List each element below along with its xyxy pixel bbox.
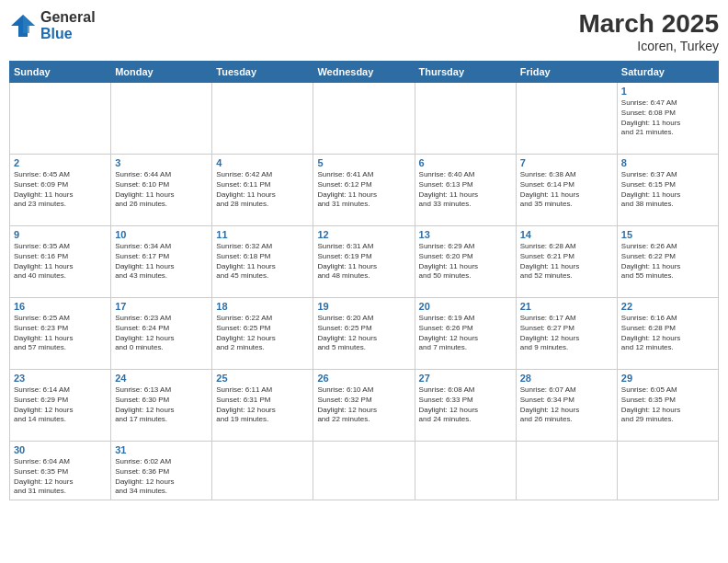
title-block: March 2025 Icoren, Turkey xyxy=(578,9,719,53)
day-info: Sunrise: 6:35 AM Sunset: 6:16 PM Dayligh… xyxy=(14,242,107,282)
day-info: Sunrise: 6:07 AM Sunset: 6:34 PM Dayligh… xyxy=(520,385,613,425)
col-thursday: Thursday xyxy=(415,62,516,83)
day-number: 9 xyxy=(14,229,107,240)
day-number: 8 xyxy=(621,157,714,168)
table-row xyxy=(10,83,111,155)
table-row xyxy=(516,83,617,155)
table-row: 15Sunrise: 6:26 AM Sunset: 6:22 PM Dayli… xyxy=(617,226,718,298)
table-row: 20Sunrise: 6:19 AM Sunset: 6:26 PM Dayli… xyxy=(415,298,516,370)
svg-marker-1 xyxy=(23,15,35,33)
table-row: 12Sunrise: 6:31 AM Sunset: 6:19 PM Dayli… xyxy=(313,226,415,298)
day-number: 3 xyxy=(115,157,208,168)
table-row: 31Sunrise: 6:02 AM Sunset: 6:36 PM Dayli… xyxy=(111,442,212,500)
table-row: 2Sunrise: 6:45 AM Sunset: 6:09 PM Daylig… xyxy=(10,155,111,226)
day-info: Sunrise: 6:37 AM Sunset: 6:15 PM Dayligh… xyxy=(621,170,714,210)
day-info: Sunrise: 6:08 AM Sunset: 6:33 PM Dayligh… xyxy=(419,385,512,425)
table-row xyxy=(111,83,212,155)
day-number: 24 xyxy=(115,373,208,384)
table-row: 24Sunrise: 6:13 AM Sunset: 6:30 PM Dayli… xyxy=(111,370,212,442)
table-row: 8Sunrise: 6:37 AM Sunset: 6:15 PM Daylig… xyxy=(617,155,718,226)
day-info: Sunrise: 6:20 AM Sunset: 6:25 PM Dayligh… xyxy=(317,314,410,353)
day-number: 14 xyxy=(520,229,613,240)
day-info: Sunrise: 6:32 AM Sunset: 6:18 PM Dayligh… xyxy=(216,242,309,282)
day-info: Sunrise: 6:44 AM Sunset: 6:10 PM Dayligh… xyxy=(115,170,208,210)
table-row: 1Sunrise: 6:47 AM Sunset: 6:08 PM Daylig… xyxy=(617,83,718,155)
day-info: Sunrise: 6:40 AM Sunset: 6:13 PM Dayligh… xyxy=(419,170,512,210)
logo-icon xyxy=(9,13,37,39)
day-number: 11 xyxy=(216,229,309,240)
day-info: Sunrise: 6:34 AM Sunset: 6:17 PM Dayligh… xyxy=(115,242,208,282)
table-row: 18Sunrise: 6:22 AM Sunset: 6:25 PM Dayli… xyxy=(212,298,313,370)
col-sunday: Sunday xyxy=(10,62,111,83)
day-info: Sunrise: 6:38 AM Sunset: 6:14 PM Dayligh… xyxy=(520,170,613,210)
day-number: 13 xyxy=(419,229,512,240)
logo-text: General Blue xyxy=(40,9,96,41)
logo: General Blue xyxy=(9,9,96,41)
table-row: 22Sunrise: 6:16 AM Sunset: 6:28 PM Dayli… xyxy=(617,298,718,370)
col-tuesday: Tuesday xyxy=(212,62,313,83)
table-row: 30Sunrise: 6:04 AM Sunset: 6:35 PM Dayli… xyxy=(10,442,111,500)
day-info: Sunrise: 6:16 AM Sunset: 6:28 PM Dayligh… xyxy=(621,314,714,353)
day-info: Sunrise: 6:22 AM Sunset: 6:25 PM Dayligh… xyxy=(216,314,309,353)
table-row xyxy=(212,83,313,155)
table-row xyxy=(617,442,718,500)
day-number: 20 xyxy=(419,301,512,312)
day-info: Sunrise: 6:26 AM Sunset: 6:22 PM Dayligh… xyxy=(621,242,714,282)
day-number: 21 xyxy=(520,301,613,312)
table-row: 5Sunrise: 6:41 AM Sunset: 6:12 PM Daylig… xyxy=(313,155,415,226)
day-info: Sunrise: 6:25 AM Sunset: 6:23 PM Dayligh… xyxy=(14,314,107,353)
day-number: 12 xyxy=(317,229,410,240)
day-info: Sunrise: 6:45 AM Sunset: 6:09 PM Dayligh… xyxy=(14,170,107,210)
col-wednesday: Wednesday xyxy=(313,62,415,83)
day-number: 30 xyxy=(14,444,107,455)
day-info: Sunrise: 6:14 AM Sunset: 6:29 PM Dayligh… xyxy=(14,385,107,425)
day-info: Sunrise: 6:05 AM Sunset: 6:35 PM Dayligh… xyxy=(621,385,714,425)
table-row: 23Sunrise: 6:14 AM Sunset: 6:29 PM Dayli… xyxy=(10,370,111,442)
table-row: 16Sunrise: 6:25 AM Sunset: 6:23 PM Dayli… xyxy=(10,298,111,370)
day-number: 10 xyxy=(115,229,208,240)
day-number: 4 xyxy=(216,157,309,168)
day-number: 23 xyxy=(14,373,107,384)
table-row: 27Sunrise: 6:08 AM Sunset: 6:33 PM Dayli… xyxy=(415,370,516,442)
day-number: 16 xyxy=(14,301,107,312)
table-row: 29Sunrise: 6:05 AM Sunset: 6:35 PM Dayli… xyxy=(617,370,718,442)
day-info: Sunrise: 6:31 AM Sunset: 6:19 PM Dayligh… xyxy=(317,242,410,282)
table-row: 6Sunrise: 6:40 AM Sunset: 6:13 PM Daylig… xyxy=(415,155,516,226)
table-row: 13Sunrise: 6:29 AM Sunset: 6:20 PM Dayli… xyxy=(415,226,516,298)
day-number: 15 xyxy=(621,229,714,240)
day-info: Sunrise: 6:29 AM Sunset: 6:20 PM Dayligh… xyxy=(419,242,512,282)
col-saturday: Saturday xyxy=(617,62,718,83)
table-row xyxy=(415,442,516,500)
day-number: 19 xyxy=(317,301,410,312)
day-number: 1 xyxy=(621,86,714,97)
day-info: Sunrise: 6:28 AM Sunset: 6:21 PM Dayligh… xyxy=(520,242,613,282)
day-info: Sunrise: 6:04 AM Sunset: 6:35 PM Dayligh… xyxy=(14,457,107,497)
day-number: 2 xyxy=(14,157,107,168)
day-number: 28 xyxy=(520,373,613,384)
calendar-subtitle: Icoren, Turkey xyxy=(578,39,719,53)
table-row: 14Sunrise: 6:28 AM Sunset: 6:21 PM Dayli… xyxy=(516,226,617,298)
table-row xyxy=(313,83,415,155)
day-number: 5 xyxy=(317,157,410,168)
table-row: 11Sunrise: 6:32 AM Sunset: 6:18 PM Dayli… xyxy=(212,226,313,298)
day-info: Sunrise: 6:17 AM Sunset: 6:27 PM Dayligh… xyxy=(520,314,613,353)
day-info: Sunrise: 6:02 AM Sunset: 6:36 PM Dayligh… xyxy=(115,457,208,497)
day-info: Sunrise: 6:42 AM Sunset: 6:11 PM Dayligh… xyxy=(216,170,309,210)
day-info: Sunrise: 6:47 AM Sunset: 6:08 PM Dayligh… xyxy=(621,98,714,138)
table-row: 4Sunrise: 6:42 AM Sunset: 6:11 PM Daylig… xyxy=(212,155,313,226)
day-number: 22 xyxy=(621,301,714,312)
day-number: 17 xyxy=(115,301,208,312)
col-monday: Monday xyxy=(111,62,212,83)
day-info: Sunrise: 6:11 AM Sunset: 6:31 PM Dayligh… xyxy=(216,385,309,425)
header: General Blue March 2025 Icoren, Turkey xyxy=(9,9,719,53)
table-row: 26Sunrise: 6:10 AM Sunset: 6:32 PM Dayli… xyxy=(313,370,415,442)
col-friday: Friday xyxy=(516,62,617,83)
table-row: 25Sunrise: 6:11 AM Sunset: 6:31 PM Dayli… xyxy=(212,370,313,442)
table-row: 21Sunrise: 6:17 AM Sunset: 6:27 PM Dayli… xyxy=(516,298,617,370)
table-row xyxy=(212,442,313,500)
day-number: 7 xyxy=(520,157,613,168)
table-row: 10Sunrise: 6:34 AM Sunset: 6:17 PM Dayli… xyxy=(111,226,212,298)
day-info: Sunrise: 6:10 AM Sunset: 6:32 PM Dayligh… xyxy=(317,385,410,425)
day-number: 29 xyxy=(621,373,714,384)
table-row: 9Sunrise: 6:35 AM Sunset: 6:16 PM Daylig… xyxy=(10,226,111,298)
